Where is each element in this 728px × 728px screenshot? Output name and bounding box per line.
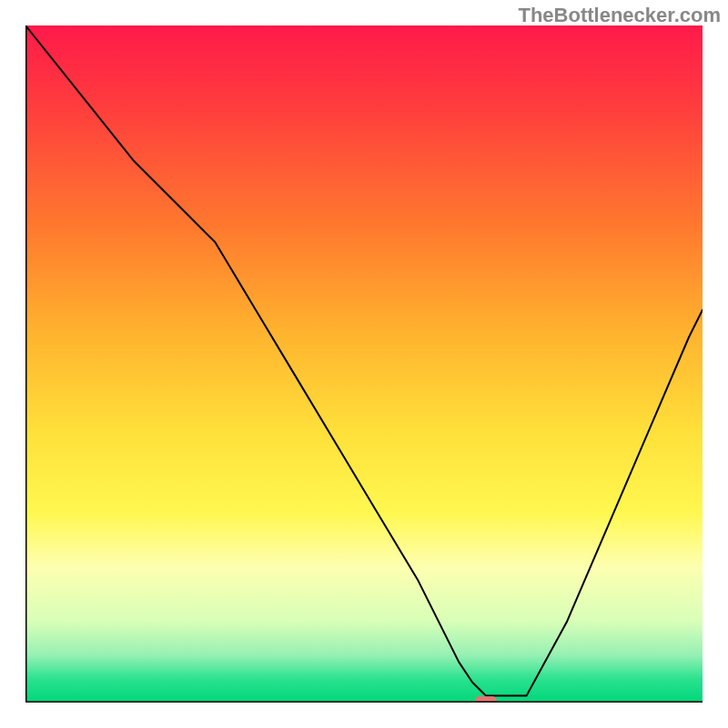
chart-svg: [25, 25, 703, 703]
plot-area: [25, 25, 703, 703]
chart-container: TheBottlenecker.com: [0, 0, 728, 728]
gradient-background: [25, 25, 703, 703]
watermark-text: TheBottlenecker.com: [518, 4, 721, 27]
